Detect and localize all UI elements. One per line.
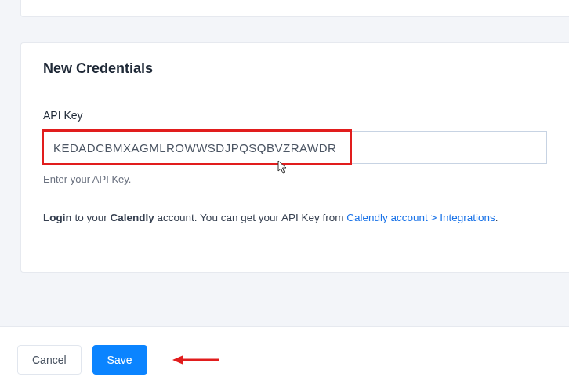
info-suffix: .	[495, 212, 498, 223]
api-key-input[interactable]	[43, 131, 547, 164]
api-key-input-wrap	[43, 131, 547, 164]
new-credentials-card: New Credentials API Key Enter your API K…	[20, 42, 569, 273]
info-login-bold: Login	[43, 212, 72, 223]
info-calendly-bold: Calendly	[111, 212, 154, 223]
card-body: API Key Enter your API Key. Login to you…	[21, 93, 569, 245]
card-header: New Credentials	[21, 43, 569, 93]
save-button[interactable]: Save	[92, 345, 147, 375]
info-text-2: account. You can get your API Key from	[154, 212, 346, 223]
info-text: Login to your Calendly account. You can …	[43, 210, 547, 226]
callout-arrow-icon	[172, 352, 219, 368]
footer-action-bar: Cancel Save	[0, 326, 569, 392]
svg-marker-1	[172, 355, 183, 365]
calendly-integrations-link[interactable]: Calendly account > Integrations	[346, 212, 495, 223]
api-key-label: API Key	[43, 109, 547, 122]
cancel-button[interactable]: Cancel	[17, 345, 82, 375]
info-text-1: to your	[72, 212, 111, 223]
api-key-hint: Enter your API Key.	[43, 173, 547, 185]
card-title: New Credentials	[43, 60, 547, 77]
previous-card-bottom-edge	[20, 0, 569, 17]
